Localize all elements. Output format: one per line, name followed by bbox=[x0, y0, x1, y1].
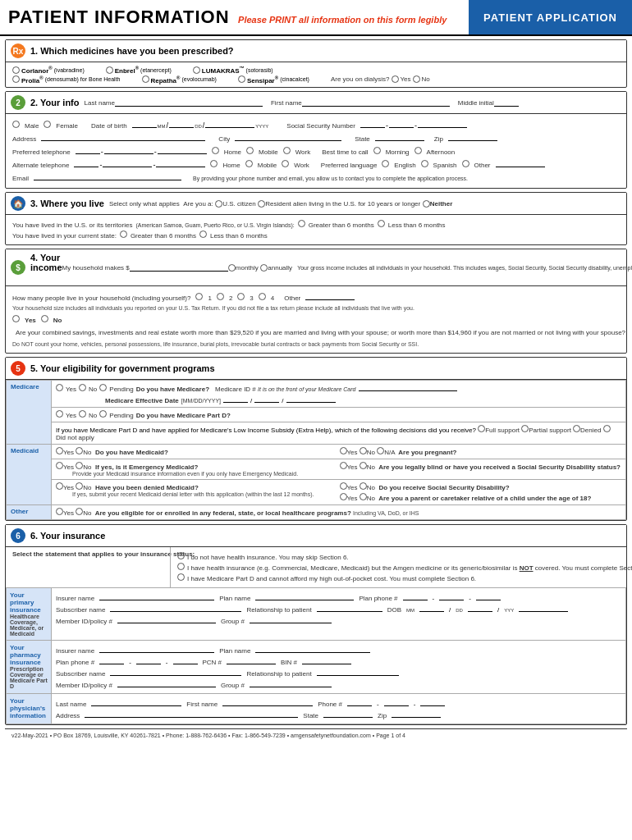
pref-phone-1[interactable] bbox=[76, 146, 100, 154]
dob-mm-field[interactable] bbox=[132, 120, 157, 128]
primary-group[interactable] bbox=[250, 615, 332, 623]
combined-yes-radio[interactable] bbox=[12, 315, 20, 322]
count-2-radio[interactable] bbox=[217, 293, 224, 300]
physician-last-name[interactable] bbox=[91, 698, 181, 706]
physician-phone-3[interactable] bbox=[420, 698, 445, 706]
income-amount-field[interactable] bbox=[130, 263, 228, 272]
physician-state[interactable] bbox=[323, 710, 373, 718]
primary-subscriber[interactable] bbox=[110, 604, 241, 612]
alt-home-radio[interactable] bbox=[210, 160, 218, 167]
pharmacy-phone-1[interactable] bbox=[99, 656, 124, 664]
pref-home-radio[interactable] bbox=[212, 147, 219, 154]
last-name-field[interactable] bbox=[115, 98, 263, 107]
afternoon-radio[interactable] bbox=[414, 147, 422, 154]
alt-phone-2[interactable] bbox=[103, 159, 152, 167]
english-radio[interactable] bbox=[382, 160, 389, 167]
did-not-apply-radio[interactable] bbox=[603, 425, 611, 432]
first-name-field[interactable] bbox=[302, 98, 450, 107]
medicare-eff-dd[interactable] bbox=[254, 395, 279, 403]
monthly-radio[interactable] bbox=[228, 264, 236, 272]
partial-support-radio[interactable] bbox=[521, 425, 529, 432]
pharmacy-member-id[interactable] bbox=[117, 679, 216, 687]
emerg-medicaid-yes-radio[interactable] bbox=[56, 462, 63, 469]
male-radio[interactable] bbox=[12, 121, 20, 128]
city-field[interactable] bbox=[235, 133, 341, 141]
medicaid-no-radio[interactable] bbox=[76, 447, 83, 454]
pregnant-no-radio[interactable] bbox=[360, 447, 367, 454]
ssd-yes-radio[interactable] bbox=[340, 482, 347, 490]
pharmacy-bin[interactable] bbox=[302, 656, 351, 664]
part-d-yes-radio[interactable] bbox=[56, 410, 63, 418]
middle-initial-field[interactable] bbox=[494, 98, 519, 107]
count-4-radio[interactable] bbox=[259, 293, 266, 300]
primary-relationship[interactable] bbox=[317, 604, 382, 612]
no-insurance-radio[interactable] bbox=[177, 552, 185, 559]
medicaid-yes-radio[interactable] bbox=[56, 447, 63, 454]
primary-dob-mm[interactable] bbox=[419, 604, 444, 612]
blind-no-radio[interactable] bbox=[360, 462, 367, 469]
pharmacy-phone-2[interactable] bbox=[136, 656, 161, 664]
dialysis-yes-radio[interactable] bbox=[392, 75, 399, 83]
full-support-radio[interactable] bbox=[478, 425, 485, 432]
primary-insurer-name[interactable] bbox=[99, 592, 214, 600]
primary-plan-phone-1[interactable] bbox=[403, 592, 428, 600]
denied-medicaid-no-radio[interactable] bbox=[76, 482, 83, 490]
med-enbrel-radio[interactable] bbox=[106, 66, 113, 74]
physician-phone-1[interactable] bbox=[347, 698, 372, 706]
pharmacy-phone-3[interactable] bbox=[173, 656, 198, 664]
medicare-eff-yyyy[interactable] bbox=[286, 395, 336, 403]
caretaker-yes-radio[interactable] bbox=[340, 493, 347, 500]
caretaker-no-radio[interactable] bbox=[360, 493, 367, 500]
female-radio[interactable] bbox=[44, 121, 51, 128]
medicare-yes-radio[interactable] bbox=[56, 384, 63, 391]
email-field[interactable] bbox=[34, 172, 181, 180]
med-prolia-radio[interactable] bbox=[12, 75, 20, 83]
pharmacy-relationship[interactable] bbox=[317, 668, 399, 676]
pharmacy-plan-name[interactable] bbox=[255, 645, 370, 653]
pharmacy-subscriber[interactable] bbox=[110, 668, 241, 676]
combined-no-radio[interactable] bbox=[41, 315, 48, 322]
other-no-radio[interactable] bbox=[76, 508, 83, 515]
dialysis-no-radio[interactable] bbox=[413, 75, 420, 83]
med-lumakras-radio[interactable] bbox=[193, 66, 200, 74]
medicare-no-radio[interactable] bbox=[79, 384, 86, 391]
emerg-medicaid-no-radio[interactable] bbox=[76, 462, 83, 469]
ssd-no-radio[interactable] bbox=[360, 482, 367, 490]
alt-phone-1[interactable] bbox=[74, 159, 98, 167]
pregnant-yes-radio[interactable] bbox=[340, 447, 347, 454]
med-corlanor-radio[interactable] bbox=[12, 66, 20, 74]
ssn-field-3[interactable] bbox=[418, 120, 467, 128]
alt-work-radio[interactable] bbox=[282, 160, 289, 167]
pref-mobile-radio[interactable] bbox=[246, 147, 254, 154]
spanish-radio[interactable] bbox=[421, 160, 428, 167]
state-lt6-radio[interactable] bbox=[199, 231, 207, 238]
dob-dd-field[interactable] bbox=[169, 120, 194, 128]
blind-yes-radio[interactable] bbox=[340, 462, 347, 469]
primary-dob-yyyy[interactable] bbox=[519, 604, 568, 612]
medicare-eff-mm[interactable] bbox=[223, 395, 248, 403]
part-d-pending-radio[interactable] bbox=[99, 410, 107, 418]
physician-zip[interactable] bbox=[392, 710, 441, 718]
other-lang-radio[interactable] bbox=[462, 160, 469, 167]
morning-radio[interactable] bbox=[373, 147, 381, 154]
dob-yyyy-field[interactable] bbox=[205, 120, 254, 128]
other-yes-radio[interactable] bbox=[56, 508, 63, 515]
other-lang-field[interactable] bbox=[496, 159, 545, 167]
pregnant-na-radio[interactable] bbox=[377, 447, 384, 454]
denied-radio[interactable] bbox=[573, 425, 580, 432]
pharmacy-insurer-name[interactable] bbox=[99, 645, 214, 653]
denied-medicaid-yes-radio[interactable] bbox=[56, 482, 63, 490]
resident-alien-radio[interactable] bbox=[258, 200, 265, 208]
physician-phone-2[interactable] bbox=[384, 698, 409, 706]
pref-phone-3[interactable] bbox=[158, 146, 207, 154]
state-field[interactable] bbox=[375, 133, 424, 141]
physician-first-name[interactable] bbox=[222, 698, 313, 706]
citizen-radio[interactable] bbox=[215, 200, 222, 208]
us-lt6-radio[interactable] bbox=[378, 220, 385, 227]
neither-radio[interactable] bbox=[423, 200, 430, 208]
pharmacy-pcn[interactable] bbox=[227, 656, 276, 664]
us-gt6-radio[interactable] bbox=[298, 220, 305, 227]
med-repatha-radio[interactable] bbox=[142, 75, 149, 83]
state-gt6-radio[interactable] bbox=[120, 231, 127, 238]
physician-address[interactable] bbox=[85, 710, 298, 718]
